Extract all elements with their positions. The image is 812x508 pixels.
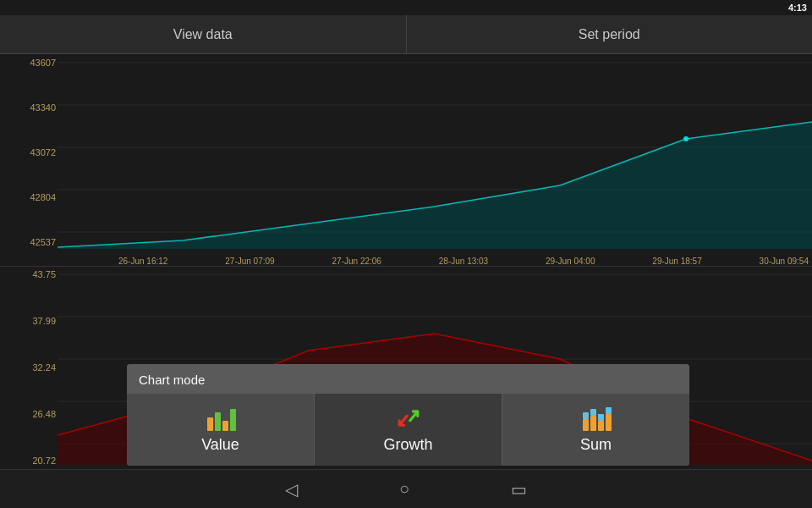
y-label-l-1: 37.99 bbox=[3, 316, 56, 326]
y-label-2: 43072 bbox=[3, 147, 56, 157]
svg-rect-24 bbox=[606, 407, 612, 414]
svg-point-6 bbox=[683, 136, 689, 141]
chart-mode-buttons: Value Growth bbox=[127, 394, 689, 466]
home-button[interactable]: ○ bbox=[399, 479, 409, 499]
value-icon bbox=[206, 404, 236, 431]
status-time: 4:13 bbox=[788, 3, 807, 13]
sum-mode-button[interactable]: Sum bbox=[502, 394, 689, 466]
svg-rect-16 bbox=[230, 409, 236, 431]
upper-chart: 43607 43340 43072 42804 42537 26-Jun 16:… bbox=[0, 54, 812, 266]
y-axis-lower: 43.75 37.99 32.24 26.48 20.72 bbox=[0, 266, 58, 484]
sum-icon bbox=[581, 404, 612, 431]
y-axis-upper: 43607 43340 43072 42804 42537 bbox=[0, 54, 58, 266]
x-axis-upper: 26-Jun 16:12 27-Jun 07:09 27-Jun 22:06 2… bbox=[115, 257, 812, 266]
x-label-1: 27-Jun 07:09 bbox=[225, 257, 274, 266]
y-label-l-4: 20.72 bbox=[3, 456, 56, 466]
y-label-l-3: 26.48 bbox=[3, 409, 56, 419]
svg-rect-18 bbox=[583, 412, 589, 419]
chart-mode-overlay: Chart mode Value bbox=[127, 364, 689, 466]
set-period-button[interactable]: Set period bbox=[407, 15, 813, 54]
chart-mode-title: Chart mode bbox=[127, 364, 689, 394]
y-label-l-0: 43.75 bbox=[3, 269, 56, 279]
back-button[interactable]: ◁ bbox=[285, 479, 298, 500]
sum-button-label: Sum bbox=[580, 436, 612, 454]
status-bar: 4:13 bbox=[744, 0, 812, 15]
svg-rect-20 bbox=[590, 409, 596, 416]
chart-divider bbox=[0, 266, 812, 267]
growth-icon bbox=[393, 404, 424, 431]
top-nav: View data Set period bbox=[0, 15, 812, 54]
y-label-4: 42537 bbox=[3, 237, 56, 247]
svg-rect-21 bbox=[598, 421, 604, 431]
y-label-0: 43607 bbox=[3, 58, 56, 68]
svg-marker-5 bbox=[58, 122, 812, 249]
growth-button-label: Growth bbox=[383, 436, 432, 454]
x-label-6: 30-Jun 09:54 bbox=[760, 257, 809, 266]
x-label-4: 29-Jun 04:00 bbox=[546, 257, 595, 266]
view-data-button[interactable]: View data bbox=[0, 15, 407, 54]
bottom-nav: ◁ ○ ▭ bbox=[0, 469, 812, 508]
svg-rect-17 bbox=[583, 419, 589, 431]
value-button-label: Value bbox=[201, 436, 239, 454]
x-label-0: 26-Jun 16:12 bbox=[118, 257, 167, 266]
recent-apps-button[interactable]: ▭ bbox=[511, 479, 527, 500]
value-mode-button[interactable]: Value bbox=[127, 394, 315, 466]
growth-mode-button[interactable]: Growth bbox=[315, 394, 502, 466]
y-label-3: 42804 bbox=[3, 192, 56, 202]
x-label-2: 27-Jun 22:06 bbox=[332, 257, 381, 266]
svg-rect-13 bbox=[207, 417, 213, 431]
y-label-l-2: 32.24 bbox=[3, 362, 56, 373]
svg-rect-15 bbox=[222, 421, 228, 431]
svg-rect-14 bbox=[215, 412, 221, 431]
svg-rect-19 bbox=[590, 416, 596, 431]
x-label-5: 29-Jun 18:57 bbox=[652, 257, 701, 266]
y-label-1: 43340 bbox=[3, 102, 56, 113]
svg-rect-23 bbox=[606, 414, 612, 431]
upper-chart-canvas: 26-Jun 16:12 27-Jun 07:09 27-Jun 22:06 2… bbox=[58, 54, 812, 266]
x-label-3: 28-Jun 13:03 bbox=[439, 257, 488, 266]
svg-rect-22 bbox=[598, 414, 604, 421]
